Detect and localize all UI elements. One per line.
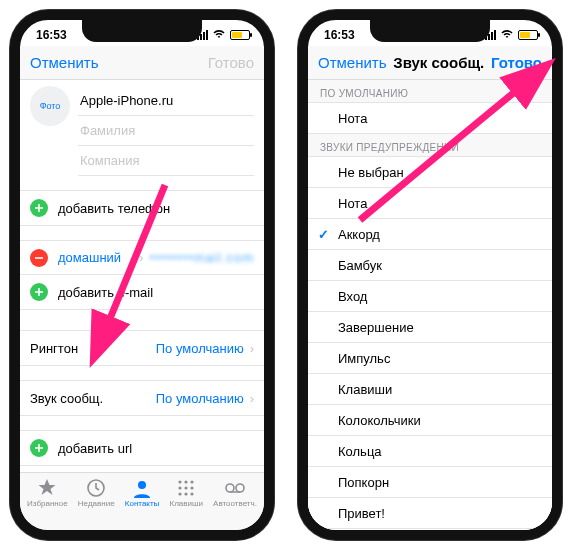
cancel-button[interactable]: Отменить [30, 54, 99, 71]
tab-label: Недавние [78, 499, 115, 508]
keypad-icon [175, 478, 197, 498]
wifi-icon [500, 28, 514, 42]
tab-recents[interactable]: Недавние [78, 478, 115, 508]
svg-point-1 [138, 481, 146, 489]
battery-icon [518, 30, 538, 40]
voicemail-icon [224, 478, 246, 498]
done-button: Готово [208, 54, 254, 71]
svg-point-7 [191, 486, 194, 489]
add-url-label: добавить url [58, 441, 132, 456]
sound-item[interactable]: Привет! [308, 498, 552, 529]
email-row[interactable]: домашний › ••••••••mail.com [20, 241, 264, 275]
text-tone-value: По умолчанию [156, 391, 244, 406]
text-tone-row[interactable]: Звук сообщ. По умолчанию› [20, 380, 264, 416]
text-tone-key: Звук сообщ. [30, 391, 103, 406]
chevron-right-icon: › [250, 391, 254, 406]
plus-icon [30, 283, 48, 301]
add-url-row[interactable]: добавить url [20, 431, 264, 465]
chevron-right-icon: › [250, 341, 254, 356]
sound-item[interactable]: Кольца [308, 436, 552, 467]
sound-item[interactable]: Не выбран [308, 157, 552, 188]
tab-label: Избранное [27, 499, 68, 508]
plus-icon [30, 439, 48, 457]
sound-item[interactable]: Аккорд [308, 219, 552, 250]
family-placeholder: Фамилия [80, 123, 135, 138]
ringtone-key: Рингтон [30, 341, 78, 356]
svg-point-2 [179, 480, 182, 483]
phone-right: 16:53 Отменить Звук сообщ. Готово ПО УМО… [298, 10, 562, 540]
sound-item[interactable]: Завершение [308, 312, 552, 343]
section-header-default: ПО УМОЛЧАНИЮ [308, 80, 552, 103]
family-field[interactable]: Фамилия [78, 116, 254, 146]
svg-point-12 [236, 484, 244, 492]
tab-contacts[interactable]: Контакты [125, 478, 160, 508]
sound-item[interactable]: Нота [308, 103, 552, 134]
done-button[interactable]: Готово [491, 54, 542, 71]
add-phone-label: добавить телефон [58, 201, 170, 216]
svg-point-6 [185, 486, 188, 489]
sound-item[interactable]: Синтезатор [308, 529, 552, 530]
tab-keypad[interactable]: Клавиши [170, 478, 203, 508]
chevron-right-icon: › [139, 250, 143, 265]
battery-icon [230, 30, 250, 40]
email-type-label: домашний [58, 250, 121, 265]
name-value: Apple-iPhone.ru [80, 93, 173, 108]
status-time: 16:53 [324, 28, 355, 42]
clock-icon [85, 478, 107, 498]
svg-point-8 [179, 492, 182, 495]
add-phone-row[interactable]: добавить телефон [20, 191, 264, 225]
svg-point-10 [191, 492, 194, 495]
svg-point-5 [179, 486, 182, 489]
email-value: ••••••••mail.com [150, 250, 254, 265]
name-field[interactable]: Apple-iPhone.ru [78, 86, 254, 116]
phone-left: 16:53 Отменить Готово Фото Apple-iPhone.… [10, 10, 274, 540]
minus-icon [30, 249, 48, 267]
ringtone-row[interactable]: Рингтон По умолчанию› [20, 330, 264, 366]
nav-bar: Отменить Звук сообщ. Готово [308, 46, 552, 80]
tab-label: Автоответч. [213, 499, 257, 508]
company-field[interactable]: Компания [78, 146, 254, 176]
sound-item[interactable]: Вход [308, 281, 552, 312]
svg-point-3 [185, 480, 188, 483]
sound-item[interactable]: Нота [308, 188, 552, 219]
page-title: Звук сообщ. [393, 54, 484, 71]
wifi-icon [212, 28, 226, 42]
sound-item[interactable]: Клавиши [308, 374, 552, 405]
sound-item[interactable]: Попкорн [308, 467, 552, 498]
tab-label: Контакты [125, 499, 160, 508]
nav-bar: Отменить Готово [20, 46, 264, 80]
tab-bar: Избранное Недавние Контакты Клавиши [20, 472, 264, 530]
ringtone-value: По умолчанию [156, 341, 244, 356]
sound-item[interactable]: Импульс [308, 343, 552, 374]
status-time: 16:53 [36, 28, 67, 42]
add-email-row[interactable]: добавить e-mail [20, 275, 264, 309]
add-photo-button[interactable]: Фото [30, 86, 70, 126]
sound-picker: ПО УМОЛЧАНИЮ Нота ЗВУКИ ПРЕДУПРЕЖДЕНИЙ Н… [308, 80, 552, 530]
company-placeholder: Компания [80, 153, 140, 168]
plus-icon [30, 199, 48, 217]
section-header-alert: ЗВУКИ ПРЕДУПРЕЖДЕНИЙ [308, 134, 552, 157]
star-icon [36, 478, 58, 498]
tab-voicemail[interactable]: Автоответч. [213, 478, 257, 508]
sound-item[interactable]: Бамбук [308, 250, 552, 281]
add-email-label: добавить e-mail [58, 285, 153, 300]
tab-favorites[interactable]: Избранное [27, 478, 68, 508]
cancel-button[interactable]: Отменить [318, 54, 387, 71]
svg-point-11 [226, 484, 234, 492]
contact-icon [131, 478, 153, 498]
notch [370, 20, 490, 42]
sound-item[interactable]: Колокольчики [308, 405, 552, 436]
tab-label: Клавиши [170, 499, 203, 508]
svg-point-4 [191, 480, 194, 483]
notch [82, 20, 202, 42]
contact-edit-content: Фото Apple-iPhone.ru Фамилия Компания до… [20, 80, 264, 472]
svg-point-9 [185, 492, 188, 495]
